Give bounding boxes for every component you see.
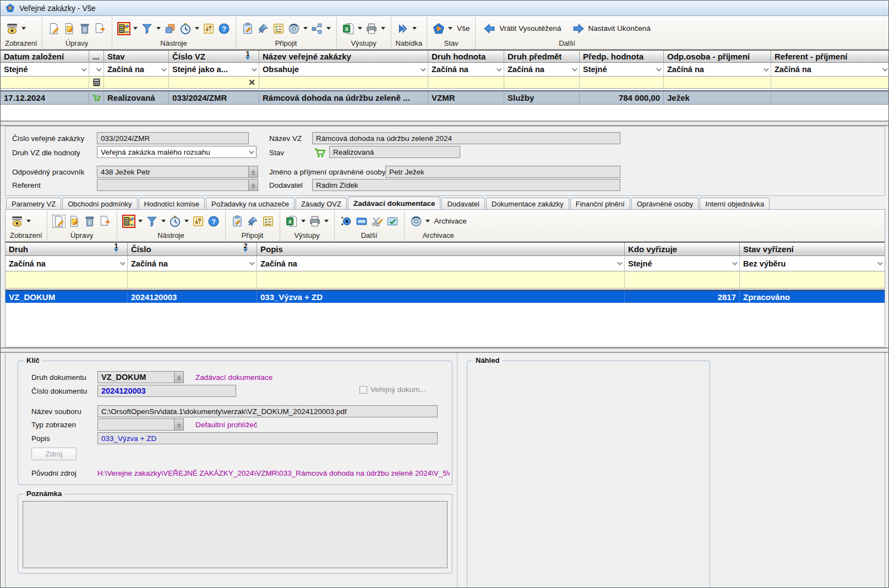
filter-input[interactable]: [128, 271, 257, 288]
cell-druh-predmet[interactable]: Služby: [504, 91, 580, 104]
column-header-cislo-vz[interactable]: Číslo VZ 1: [169, 51, 259, 63]
disc-icon[interactable]: [288, 23, 300, 35]
tab-zasady-ovz[interactable]: Zásady OVZ: [296, 198, 347, 209]
edit-record-icon[interactable]: [68, 215, 80, 227]
column-select-dropdown-arrow[interactable]: [133, 27, 138, 30]
nazev-souboru-field[interactable]: C:\OrsoftOpenSrv\data.1\dokumenty\verzak…: [97, 405, 438, 417]
cell-ikona[interactable]: [89, 91, 104, 104]
druh-vz-dropdown[interactable]: Veřejná zakázka malého rozsahu: [97, 146, 257, 158]
status-dropdown-arrow[interactable]: [448, 27, 452, 30]
column-header-stav[interactable]: Stav: [104, 51, 169, 63]
pin-icon[interactable]: [247, 215, 259, 227]
scan-gear-icon[interactable]: [340, 215, 352, 227]
filter-operator[interactable]: Začíná na: [6, 256, 128, 271]
nastavit-ukoncena-button[interactable]: Nastavit Ukončená: [570, 23, 653, 35]
filter-operator[interactable]: Začíná na: [128, 256, 257, 271]
copy-record-icon[interactable]: [94, 23, 106, 35]
filter-input[interactable]: [771, 77, 889, 89]
filter-input[interactable]: [89, 77, 104, 89]
referent-field[interactable]: [97, 179, 249, 191]
column-header-referent[interactable]: Referent - příjmení: [771, 51, 889, 63]
lookup-spinner-button[interactable]: ±: [174, 371, 184, 383]
merge-icon[interactable]: [164, 23, 176, 35]
tab-parametry-vz[interactable]: Parametry VZ: [6, 198, 61, 209]
view-dropdown-arrow[interactable]: [26, 220, 31, 222]
archive-dropdown-arrow[interactable]: [426, 220, 430, 222]
column-header-kdo-vyrizuje[interactable]: Kdo vyřizuje: [625, 243, 740, 256]
filter-operator[interactable]: Stejné: [580, 63, 664, 77]
status-pentagon-icon[interactable]: [433, 23, 445, 35]
pin-icon[interactable]: [257, 23, 269, 35]
zdroj-button[interactable]: Zdroj: [31, 448, 77, 460]
filter-dropdown-arrow[interactable]: [156, 27, 161, 30]
history-clock-icon[interactable]: [169, 215, 181, 227]
filter-input[interactable]: [428, 77, 504, 89]
clear-filter-icon[interactable]: [247, 78, 257, 87]
column-select-icon[interactable]: [123, 215, 135, 227]
menu-dropdown-arrow[interactable]: [412, 27, 417, 30]
filter-operator[interactable]: Bez výběru: [740, 256, 885, 271]
delete-record-icon[interactable]: [79, 23, 91, 35]
column-header-odp-osoba[interactable]: Odp.osoba - příjmení: [664, 51, 771, 63]
column-header-predp-hodnota[interactable]: Předp. hodnota: [580, 51, 664, 63]
history-dropdown-arrow[interactable]: [184, 220, 189, 222]
typ-zobrazeni-field[interactable]: [97, 418, 174, 431]
opravnena-osoba-field[interactable]: Petr Ježek: [385, 166, 620, 178]
filter-input[interactable]: [6, 271, 128, 288]
excel-export-icon[interactable]: x: [342, 23, 354, 35]
menu-chevrons-icon[interactable]: [397, 23, 409, 35]
cell-nazev[interactable]: Rámcová dohoda na údržbu zeleně ...: [259, 91, 428, 104]
nazev-vz-field[interactable]: Rámcová dohoda na údržbu zeleně 2024: [312, 132, 620, 144]
delete-record-icon[interactable]: [84, 215, 96, 227]
filter-operator[interactable]: Stejné: [625, 256, 740, 271]
column-header-stav-vyrizeni[interactable]: Stav vyřízení: [740, 243, 885, 256]
copy-record-icon[interactable]: [99, 215, 111, 227]
print-icon[interactable]: [366, 23, 378, 35]
print-icon[interactable]: [309, 215, 321, 227]
filter-operator[interactable]: Začíná na: [504, 63, 580, 77]
lookup-spinner-button[interactable]: ±: [248, 166, 258, 178]
filter-input[interactable]: [580, 77, 664, 89]
excel-export-icon[interactable]: x: [286, 215, 298, 227]
cell-kdo-vyrizuje[interactable]: 2817: [625, 291, 740, 303]
tab-hodnotici-komise[interactable]: Hodnotící komise: [139, 198, 205, 209]
excel-dropdown-arrow[interactable]: [358, 27, 362, 30]
odpovedny-pracovnik-field[interactable]: 438 Ježek Petr: [97, 166, 249, 178]
column-header-nazev[interactable]: Název veřejné zakázky: [259, 51, 428, 63]
horizontal-splitter[interactable]: [1, 347, 889, 353]
cell-odp-osoba[interactable]: Ježek: [664, 91, 771, 104]
cell-datum[interactable]: 17.12.2024: [1, 91, 89, 104]
filter-operator[interactable]: Stejné: [1, 63, 89, 77]
new-record-icon[interactable]: [53, 215, 65, 227]
popis-field[interactable]: 033_Výzva + ZD: [97, 432, 438, 444]
filter-input[interactable]: [257, 271, 625, 288]
history-dropdown-arrow[interactable]: [195, 27, 199, 30]
note-icon[interactable]: [231, 215, 243, 227]
dodavatel-field[interactable]: Radim Zídek: [312, 179, 620, 191]
print-dropdown-arrow[interactable]: [324, 220, 329, 222]
tab-dokumentace-zakazky[interactable]: Dokumentace zakázky: [486, 198, 569, 209]
horizontal-splitter[interactable]: [1, 121, 889, 126]
filter-operator[interactable]: [89, 63, 104, 77]
filter-operator[interactable]: Začíná na: [104, 63, 169, 77]
approve-check-icon[interactable]: [386, 215, 399, 227]
tab-interni-objednavka[interactable]: Interní objednávka: [700, 198, 770, 209]
cell-stav[interactable]: Realizovaná: [104, 91, 169, 104]
doc-table-selected-row[interactable]: VZ_DOKUM 2024120003 033_Výzva + ZD 2817 …: [6, 290, 885, 303]
filter-operator[interactable]: Obsahuje: [259, 63, 428, 77]
share-icon[interactable]: [311, 23, 323, 35]
tab-financni-plneni[interactable]: Finanční plnění: [570, 198, 630, 209]
column-header-druh[interactable]: Druh 1: [6, 243, 128, 256]
column-header-ikona[interactable]: ...: [89, 51, 104, 63]
filter-input[interactable]: [504, 77, 580, 89]
archive-button-label[interactable]: Archivace: [434, 217, 467, 225]
disc-dropdown-arrow[interactable]: [303, 27, 308, 30]
druh-dokumentu-field[interactable]: VZ_DOKUM: [97, 371, 174, 383]
filter-operator[interactable]: Stejné jako a...: [169, 63, 259, 77]
column-header-popis[interactable]: Popis: [257, 243, 625, 256]
checklist-icon[interactable]: [272, 23, 285, 35]
print-dropdown-arrow[interactable]: [381, 27, 385, 30]
column-select-dropdown-arrow[interactable]: [138, 220, 143, 222]
settings-sliders-icon[interactable]: [192, 215, 204, 227]
cell-cislo[interactable]: 033/2024/ZMR: [169, 91, 259, 104]
